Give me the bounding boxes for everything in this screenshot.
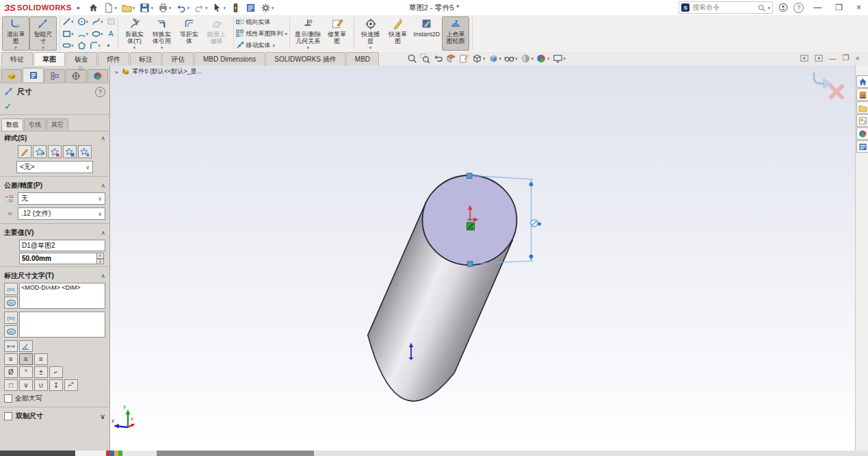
hide-show-items-button[interactable]: ▾ (504, 53, 518, 64)
cancel-sketch-icon[interactable] (831, 86, 842, 97)
diameter-symbol-button[interactable]: Ø (4, 366, 18, 378)
dimxpert-manager-tab[interactable] (66, 69, 86, 82)
display-manager-tab[interactable] (88, 69, 108, 82)
dim-text2-token-oval-button[interactable]: xx (4, 325, 18, 338)
shaded-sketch-contours-button[interactable]: 上色草图轮廓 (442, 16, 469, 51)
line-tool[interactable]: ▾ (61, 17, 75, 26)
tab-sheet-metal[interactable]: 钣金 (66, 52, 97, 66)
tab-annotate[interactable]: 标注 (130, 52, 161, 66)
justify-right-button[interactable]: ≡ (34, 353, 48, 365)
dim-text-token-button[interactable]: (xx) (4, 283, 18, 295)
new-document-button[interactable]: ▾ (102, 2, 118, 14)
show-task-pane-icon[interactable] (815, 54, 823, 62)
section-view-button[interactable] (446, 53, 456, 64)
polygon-tool[interactable] (76, 41, 88, 50)
display-delete-relations-button[interactable]: 显示/删除几何关系 ▾ (293, 16, 324, 51)
dimension-name-field[interactable] (19, 240, 105, 251)
linear-pattern-button[interactable]: 线性草图阵列 ▾ (236, 29, 288, 38)
spline-tool[interactable]: ▾ (90, 17, 105, 26)
dim-text-token-oval-button[interactable]: xx (4, 296, 18, 309)
confirm-exit-sketch-icon[interactable] (814, 73, 831, 88)
tab-sketch[interactable]: 草图 (34, 52, 65, 66)
tab-mbd[interactable]: MBD (346, 52, 379, 66)
view-orientation-button[interactable]: ▾ (472, 53, 486, 64)
restore-button[interactable]: ❐ (831, 3, 847, 12)
trim-entities-button[interactable]: 剪裁实体(T) ▾ (121, 16, 148, 51)
arc-tool[interactable]: ▾ (76, 29, 90, 38)
open-button[interactable]: ▾ (120, 2, 137, 14)
instant2d-button[interactable]: Instant2D (412, 16, 443, 51)
dual-dimension-checkbox[interactable] (4, 412, 12, 420)
ok-button[interactable]: ✓ (4, 101, 12, 112)
file-explorer-button[interactable] (856, 101, 868, 114)
subtab-other[interactable]: 其它 (47, 118, 68, 131)
point-tool[interactable] (103, 41, 114, 50)
plus-minus-symbol-button[interactable]: ± (34, 366, 48, 378)
move-entities-button[interactable]: 移动实体 ▾ (236, 40, 288, 50)
dimension-text-area-2[interactable] (19, 312, 105, 338)
doc-restore-button[interactable]: ❐ (843, 53, 850, 62)
circle-handle-top[interactable] (467, 173, 473, 179)
dimension-value-field[interactable] (19, 253, 97, 264)
relation-badge[interactable] (467, 223, 475, 230)
search-scope-caret-icon[interactable]: ▾ (768, 5, 771, 10)
add-style-button[interactable] (33, 145, 47, 158)
zoom-area-button[interactable] (420, 53, 430, 64)
style-dropdown[interactable]: <无>∨ (16, 161, 93, 173)
pushpin-icon[interactable]: ⊙ (78, 66, 83, 72)
save-button[interactable]: ▾ (138, 2, 155, 14)
dimension-text-area[interactable]: <MOD-DIAM> <DIM> (19, 283, 105, 309)
justify-center-button[interactable]: ≡ (19, 353, 33, 365)
view-settings-button[interactable]: ▾ (553, 53, 566, 64)
subtab-value[interactable]: 数值 (1, 118, 23, 131)
configuration-manager-tab[interactable] (44, 69, 65, 82)
save-style-button[interactable] (63, 145, 77, 158)
zoom-fit-button[interactable] (407, 53, 417, 64)
tab-weldments[interactable]: 焊件 (98, 52, 129, 66)
dim-angle-button[interactable] (19, 340, 33, 352)
set-default-style-button[interactable] (18, 145, 31, 158)
square-symbol-button[interactable]: □ (4, 379, 18, 391)
doc-close-button[interactable]: × (856, 54, 860, 62)
smart-dimension-button[interactable]: 智能尺寸 ▾ (29, 16, 57, 51)
command-search[interactable]: S 搜索命令 ▾ (679, 1, 773, 14)
subtab-leaders[interactable]: 引线 (24, 118, 46, 131)
tab-evaluate[interactable]: 评估 (162, 52, 194, 66)
convert-entities-button[interactable]: 转换实体引用 ▾ (148, 16, 176, 51)
primary-value-section-header[interactable]: 主要值(V) (4, 228, 101, 238)
dimension-drag-handle-top[interactable] (529, 183, 534, 187)
delete-style-button[interactable] (48, 145, 62, 158)
hook-symbol-button[interactable]: ⌐ (49, 366, 63, 378)
dim-text-section-header[interactable]: 标注尺寸文字(T) (4, 271, 101, 281)
options-button[interactable]: ▾ (259, 2, 276, 14)
collapse-icon[interactable]: ∧ (101, 135, 105, 142)
exit-sketch-button[interactable]: 退出草图 ▾ (2, 16, 29, 51)
custom-properties-button[interactable] (856, 140, 868, 153)
rectangle-tool[interactable]: ▾ (61, 29, 75, 38)
design-library-button[interactable] (856, 88, 868, 101)
all-caps-checkbox[interactable] (4, 394, 12, 403)
help-icon[interactable]: ? (793, 3, 804, 13)
show-feature-pane-icon[interactable] (800, 54, 808, 62)
model-scene[interactable]: x y z (110, 66, 855, 451)
graphics-viewport[interactable]: ▸ 零件5 (默认<<默认>_显... (110, 66, 855, 451)
view-palette-button[interactable] (856, 114, 868, 127)
select-button[interactable]: ▾ (211, 2, 227, 14)
text-tool[interactable]: A (105, 29, 117, 38)
diameter-value-handle[interactable] (531, 220, 541, 227)
appearances-button[interactable] (856, 127, 868, 140)
feature-manager-tab[interactable] (1, 69, 22, 82)
depth-symbol-button[interactable]: ↧ (49, 379, 63, 391)
ellipse-tool[interactable]: ▾ (90, 29, 105, 38)
search-icon[interactable] (758, 4, 765, 12)
slot-tool[interactable]: ▾ (61, 41, 75, 50)
rebuild-button[interactable] (229, 2, 242, 14)
dynamic-annotation-button[interactable] (459, 53, 469, 64)
repair-sketch-button[interactable]: 修复草图 (324, 16, 351, 51)
circle-handle-bottom[interactable] (468, 262, 473, 267)
home-button[interactable] (87, 2, 100, 14)
file-properties-button[interactable] (244, 2, 257, 14)
tab-features[interactable]: 特征 (1, 52, 33, 66)
edit-appearance-button[interactable]: ▾ (521, 53, 534, 64)
taskpane-home-button[interactable] (856, 75, 868, 88)
